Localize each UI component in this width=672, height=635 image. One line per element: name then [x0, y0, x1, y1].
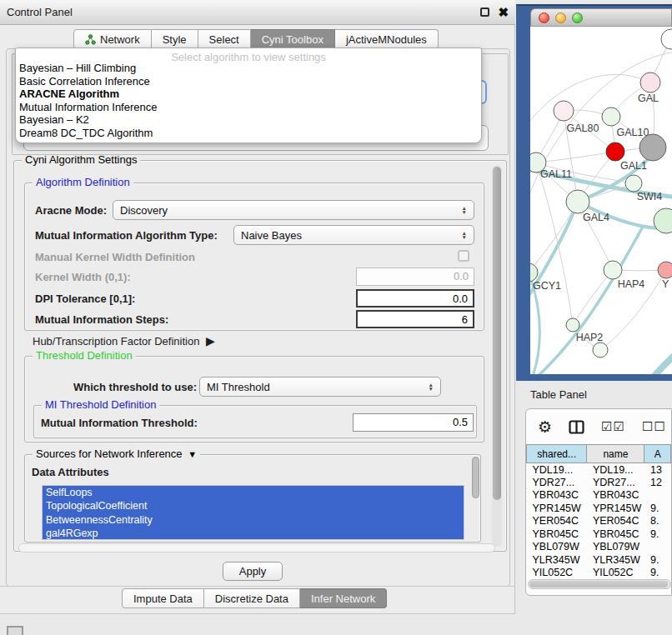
table-cell[interactable]: YBR043C	[527, 489, 587, 502]
unchecked-columns-icon[interactable]: ☐☐	[642, 419, 666, 434]
tab-impute-data[interactable]: Impute Data	[122, 588, 204, 608]
table-cell[interactable]: YBL079W	[527, 541, 587, 554]
data-attribute-item[interactable]: gal4RGexp	[43, 527, 464, 540]
data-attribute-item[interactable]: TopologicalCoefficient	[43, 499, 464, 512]
table-cell[interactable]: YDL19...	[587, 463, 644, 477]
manual-kernel-checkbox[interactable]	[458, 250, 469, 262]
table-cell[interactable]: YDR27...	[527, 476, 587, 489]
network-node[interactable]	[593, 342, 608, 358]
tab-style[interactable]: Style	[152, 29, 198, 49]
table-cell[interactable]: YIL052C	[527, 567, 587, 580]
network-node-gcy1[interactable]	[530, 263, 538, 282]
table-cell[interactable]: YDL19...	[527, 463, 587, 477]
table-cell[interactable]: 13	[644, 463, 671, 477]
mac-close-icon[interactable]	[539, 12, 549, 23]
table-cell[interactable]: 9.	[644, 502, 671, 515]
tab-infer-network[interactable]: Infer Network	[300, 588, 387, 608]
table-row[interactable]: YDL19...YDL19...13	[527, 463, 671, 477]
table-row[interactable]: YPR145WYPR145W9.	[527, 502, 671, 515]
network-node[interactable]	[639, 134, 666, 161]
table-row[interactable]: YLR345WYLR345W9.	[527, 553, 671, 567]
network-node-hap2[interactable]	[566, 318, 579, 332]
network-canvas[interactable]: GALGAL80GAL10GAL1GAL11GAL4SWI4GCY1HAP4YH…	[530, 27, 672, 374]
table-cell[interactable]	[644, 489, 671, 502]
table-row[interactable]: YIL052CYIL052C9.	[527, 567, 671, 580]
kernel-width-field[interactable]: 0.0	[356, 268, 474, 286]
tab-discretize-data[interactable]: Discretize Data	[204, 588, 300, 608]
split-columns-icon[interactable]	[569, 420, 584, 434]
which-threshold-combo[interactable]: MI Threshold ▲▼	[199, 377, 441, 397]
table-hscroll-thumb[interactable]	[529, 581, 668, 588]
attribute-table[interactable]: shared...nameA YDL19...YDL19...13YDR27..…	[526, 444, 671, 579]
algorithm-option[interactable]: Bayesian – K2	[16, 113, 481, 127]
network-node-gal[interactable]	[640, 72, 660, 92]
minimized-panel-icon[interactable]	[7, 626, 23, 635]
table-column-header[interactable]: shared...	[527, 445, 587, 463]
aracne-mode-combo[interactable]: Discovery ▲▼	[113, 200, 474, 220]
table-column-header[interactable]: A	[644, 445, 671, 463]
sources-group-title[interactable]: Sources for Network Inference ▼	[33, 448, 200, 460]
table-cell[interactable]: YER054C	[587, 515, 644, 528]
settings-vscroll-thumb[interactable]	[493, 167, 501, 500]
table-row[interactable]: YBR043CYBR043C	[527, 489, 671, 502]
gear-icon[interactable]: ⚙	[538, 418, 552, 437]
mi-steps-field[interactable]: 6	[356, 310, 474, 328]
table-cell[interactable]: YPR145W	[587, 502, 644, 515]
table-cell[interactable]: 9.	[644, 553, 671, 567]
tab-network[interactable]: Network	[73, 29, 152, 49]
settings-vertical-scrollbar[interactable]	[492, 165, 502, 547]
network-graph[interactable]: GALGAL80GAL10GAL1GAL11GAL4SWI4GCY1HAP4YH…	[530, 27, 672, 374]
algorithm-option[interactable]: Bayesian – Hill Climbing	[16, 62, 481, 75]
table-cell[interactable]: YLR345W	[527, 553, 587, 567]
network-node-gal4[interactable]	[566, 190, 589, 213]
data-attribute-item[interactable]: SelfLoops	[43, 486, 464, 499]
table-horizontal-scrollbar[interactable]	[528, 579, 671, 589]
network-node-gal1[interactable]	[606, 142, 624, 161]
table-row[interactable]: YDR27...YDR27...12	[527, 476, 671, 489]
settings-horizontal-scrollbar[interactable]	[18, 543, 495, 552]
table-cell[interactable]: YPR145W	[527, 502, 587, 515]
network-window-titlebar[interactable]	[530, 8, 672, 27]
table-cell[interactable]: YBR043C	[587, 489, 644, 502]
table-cell[interactable]: 9.	[644, 567, 671, 580]
algorithm-option[interactable]: Mutual Information Inference	[16, 101, 481, 114]
table-cell[interactable]: YBR045C	[587, 528, 644, 541]
data-attribute-item[interactable]: BetweennessCentrality	[43, 513, 464, 527]
dpi-tolerance-field[interactable]: 0.0	[356, 289, 474, 308]
table-cell[interactable]: YIL052C	[587, 567, 644, 580]
table-cell[interactable]	[644, 541, 671, 554]
data-attributes-list[interactable]: SelfLoopsTopologicalCoefficientBetweenne…	[42, 485, 464, 540]
table-cell[interactable]: YER054C	[527, 515, 587, 528]
network-node-y[interactable]	[658, 262, 672, 278]
table-cell[interactable]: 9.	[644, 528, 671, 541]
network-node-gal10[interactable]	[602, 108, 620, 126]
mi-threshold-field[interactable]: 0.5	[353, 413, 474, 432]
tab-jactivemnodules[interactable]: jActiveMNodules	[335, 29, 439, 49]
tab-cyni-toolbox[interactable]: Cyni Toolbox	[251, 29, 335, 49]
hub-definition-toggle[interactable]: Hub/Transcription Factor Definition ▶	[33, 334, 215, 348]
table-cell[interactable]: YLR345W	[587, 553, 644, 567]
table-row[interactable]: YBL079WYBL079W	[527, 541, 671, 554]
table-row[interactable]: YER054CYER054C8.	[527, 515, 671, 528]
close-icon[interactable]: ✖	[498, 8, 509, 17]
table-cell[interactable]: YBL079W	[587, 541, 644, 554]
table-cell[interactable]: YBR045C	[527, 528, 587, 541]
network-node-hap4[interactable]	[604, 261, 622, 279]
table-column-header[interactable]: name	[587, 445, 644, 463]
table-cell[interactable]: 8.	[644, 515, 671, 528]
table-cell[interactable]: YDR27...	[587, 476, 644, 489]
attributes-scrollbar-thumb[interactable]	[472, 457, 479, 498]
float-window-icon[interactable]	[480, 8, 489, 17]
network-node[interactable]	[661, 29, 672, 49]
apply-button[interactable]: Apply	[223, 562, 283, 581]
algorithm-option[interactable]: Basic Correlation Inference	[16, 75, 481, 88]
table-cell[interactable]: 12	[644, 476, 671, 489]
table-row[interactable]: YBR045CYBR045C9.	[527, 528, 671, 541]
mac-minimize-icon[interactable]	[555, 12, 566, 23]
algorithm-option[interactable]: Dream8 DC_TDC Algorithm	[16, 127, 481, 140]
network-node-gal80[interactable]	[554, 101, 574, 121]
algorithm-option[interactable]: ARACNE Algorithm	[16, 88, 481, 101]
network-node-swi4[interactable]	[625, 175, 642, 192]
mac-zoom-icon[interactable]	[572, 12, 583, 23]
tab-select[interactable]: Select	[198, 29, 251, 49]
